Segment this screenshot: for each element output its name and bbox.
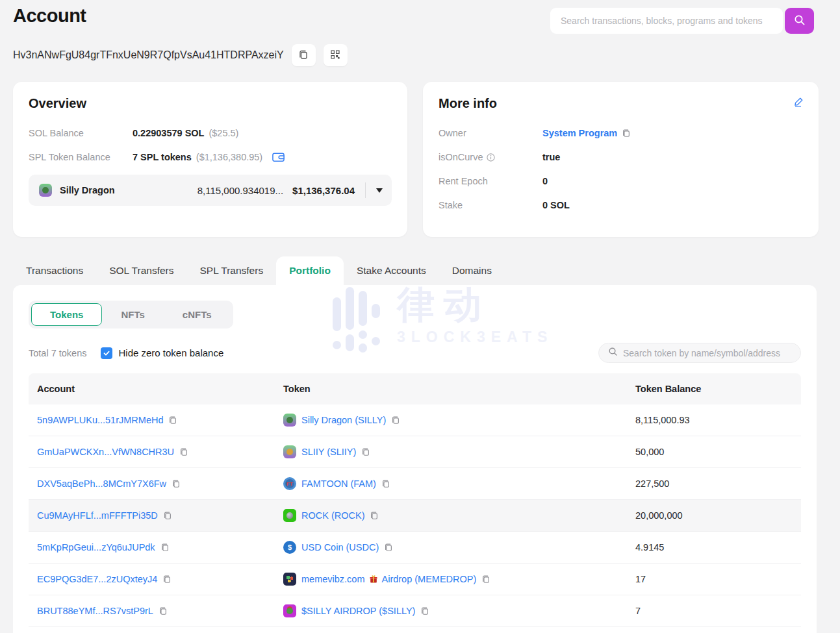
account-address-link[interactable]: BRUT88eYMf...RS7vstP9rL [37,606,153,616]
token-link[interactable]: Silly Dragon (SILLY) [301,415,386,425]
hide-zero-toggle[interactable]: Hide zero token balance [101,347,223,359]
sillyair-token-icon [283,604,296,617]
meme-token-icon [283,573,296,586]
table-row: GmUaPWCKXn...VfWN8CHR3USLIIY (SLIIY)50,0… [29,436,801,468]
wallet-icon[interactable] [272,152,285,162]
usdc-token-icon: $ [283,541,296,554]
hide-zero-checkbox[interactable] [101,347,112,359]
token-link[interactable]: USD Coin (USDC) [301,542,379,552]
account-address-link[interactable]: Cu9MAyHFLf...mFFFTPi35D [37,510,158,521]
token-search-input[interactable] [623,348,791,358]
account-address-link[interactable]: 5n9AWPLUKu...51rJMRMeHd [37,415,163,425]
tab-domains[interactable]: Domains [439,256,505,285]
account-address: Hv3nANwFgU84grTFnxUeN9R7QfpVsAu41HTDRPAx… [13,49,284,61]
row-value: 0 [542,176,548,186]
row-label: SPL Token Balance [29,152,133,162]
account-address-link[interactable]: DXV5aqBePh...8MCmY7X6Fw [37,478,166,489]
overview-title: Overview [29,96,392,111]
token-balance-value: 4.9145 [627,542,801,552]
row-value: 0 SOL [542,200,570,210]
copy-icon[interactable] [361,447,370,456]
more-info-card: More info OwnerSystem ProgramisOnCurvetr… [423,82,819,237]
token-balance-value: 8,115,000.93 [627,415,801,425]
copy-icon[interactable] [172,479,181,488]
table-row: 5mKpRpGeui...zYq6uJUPdk$USD Coin (USDC)4… [29,532,801,564]
header-token: Token [275,384,627,394]
copy-icon[interactable] [622,129,631,138]
tab-spl-transfers[interactable]: SPL Transfers [187,256,277,285]
row-value: System Program [542,128,631,138]
info-icon[interactable] [487,153,495,162]
row-label: Rent Epoch [439,176,542,186]
more-info-row-stake: Stake0 SOL [439,199,803,212]
copy-icon[interactable] [481,575,490,584]
copy-icon[interactable] [420,606,429,615]
token-link[interactable]: ROCK (ROCK) [301,510,364,521]
divider [365,182,366,198]
global-search-button[interactable] [785,8,814,34]
table-controls: Total 7 tokens Hide zero token balance [29,343,801,363]
row-value: 7 SPL tokens($1,136,380.95) [133,152,285,162]
row-value: 0.22903579 SOL($25.5) [133,128,238,138]
copy-address-button[interactable] [292,44,316,66]
copy-icon[interactable] [381,479,390,488]
row-label: SOL Balance [29,128,133,138]
copy-icon[interactable] [163,511,172,520]
token-link[interactable]: $SILLY AIRDROP ($SILLY) [301,606,415,616]
account-address-link[interactable]: GmUaPWCKXn...VfWN8CHR3U [37,447,174,457]
table-row: DXV5aqBePh...8MCmY7X6FwFTFAMTOON (FAM)22… [29,468,801,500]
token-link[interactable]: memevibz.comAirdrop (MEMEDROP) [301,574,476,584]
silly-dragon-token-icon [39,184,52,197]
search-icon [794,14,806,28]
edit-button[interactable] [793,96,804,109]
subtab-tokens[interactable]: Tokens [31,303,102,326]
subtab-nfts[interactable]: NFTs [102,303,163,326]
copy-icon[interactable] [162,575,172,584]
gift-icon [369,575,378,584]
tab-portfolio[interactable]: Portfolio [276,256,344,285]
copy-icon[interactable] [159,606,168,615]
hide-zero-label: Hide zero token balance [118,347,223,358]
rock-token-icon [283,509,296,522]
more-info-row-isoncurve: isOnCurvetrue [439,151,803,164]
account-address-link[interactable]: EC9PQG3dE7...2zUQxteyJ4 [37,574,157,584]
token-search [598,343,801,363]
account-address-link[interactable]: 5mKpRpGeui...zYq6uJUPdk [37,542,155,552]
tab-sol-transfers[interactable]: SOL Transfers [96,256,186,285]
qr-code-icon [330,49,340,62]
token-table-body: 5n9AWPLUKu...51rJMRMeHdSilly Dragon (SIL… [29,404,801,627]
global-search [550,8,814,34]
chevron-down-icon[interactable] [376,188,383,193]
global-search-input[interactable] [550,8,783,34]
copy-icon[interactable] [391,416,400,425]
more-info-title: More info [439,96,803,111]
copy-icon[interactable] [168,416,177,425]
token-link[interactable]: FAMTOON (FAM) [301,478,376,489]
tab-transactions[interactable]: Transactions [13,256,96,285]
more-info-row-owner: OwnerSystem Program [439,127,803,140]
overview-row-spl-token-balance: SPL Token Balance7 SPL tokens($1,136,380… [29,151,392,164]
qr-code-button[interactable] [324,44,348,66]
token-table-header: Account Token Token Balance [29,373,801,404]
token-balance-value: 50,000 [627,447,801,457]
fam-token-icon: FT [283,477,296,490]
sliiy-token-icon [283,445,296,458]
row-value: true [542,152,560,162]
row-label: isOnCurve [439,152,542,162]
pencil-icon [793,99,804,109]
account-address-row: Hv3nANwFgU84grTFnxUeN9R7QfpVsAu41HTDRPAx… [0,44,840,66]
tab-stake-accounts[interactable]: Stake Accounts [344,256,439,285]
token-balance-value: 7 [627,606,801,616]
overview-row-sol-balance: SOL Balance0.22903579 SOL($25.5) [29,127,392,140]
copy-icon[interactable] [384,543,393,552]
row-label: Owner [439,128,542,138]
owner-link[interactable]: System Program [542,128,617,138]
silly-token-icon [283,414,296,427]
token-selector[interactable]: Silly Dragon 8,115,000.934019... $1,136,… [29,175,392,206]
copy-icon[interactable] [370,511,379,520]
copy-icon[interactable] [160,543,170,552]
subtab-cnfts[interactable]: cNFTs [164,303,231,326]
copy-icon[interactable] [179,447,188,456]
table-row: BRUT88eYMf...RS7vstP9rL$SILLY AIRDROP ($… [29,595,801,627]
token-link[interactable]: SLIIY (SLIIY) [301,447,356,457]
